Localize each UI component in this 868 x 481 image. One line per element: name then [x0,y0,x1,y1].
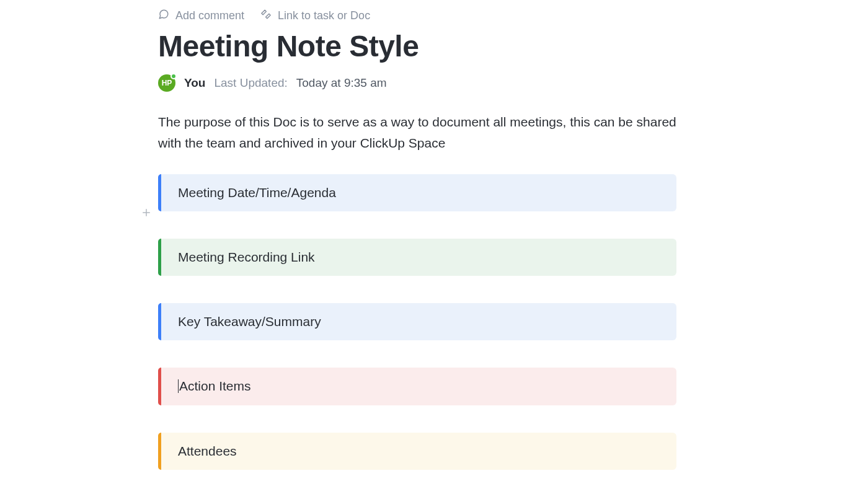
text-cursor-icon [178,379,179,393]
last-updated-label: Last Updated: [214,76,287,90]
page-title[interactable]: Meeting Note Style [158,29,676,63]
document-meta: HP You Last Updated: Today at 9:35 am [158,74,676,92]
callout-recording-link[interactable]: Meeting Recording Link [158,239,676,276]
add-block-button[interactable] [141,207,152,221]
callout-date-agenda[interactable]: Meeting Date/Time/Agenda [158,174,676,211]
comment-icon [158,9,169,23]
callout-action-items-text: Action Items [179,379,251,393]
avatar-initials: HP [162,79,172,87]
callout-takeaway-text: Key Takeaway/Summary [178,314,321,329]
presence-indicator-icon [170,73,177,79]
callout-action-items[interactable]: Action Items [158,368,676,405]
author-name: You [184,76,205,90]
callout-recording-text: Meeting Recording Link [178,250,315,264]
add-comment-button[interactable]: Add comment [158,9,244,23]
document-content: Add comment Link to task or Doc Meeting … [158,9,676,481]
link-task-label: Link to task or Doc [278,9,370,22]
add-comment-label: Add comment [175,9,244,22]
last-updated-value: Today at 9:35 am [296,76,387,90]
top-action-bar: Add comment Link to task or Doc [158,9,676,23]
callout-date-agenda-text: Meeting Date/Time/Agenda [178,185,336,200]
plus-icon [141,210,152,220]
document-page: Add comment Link to task or Doc Meeting … [0,0,868,481]
callout-key-takeaway[interactable]: Key Takeaway/Summary [158,303,676,340]
callout-attendees[interactable]: Attendees [158,433,676,470]
link-task-button[interactable]: Link to task or Doc [260,9,370,23]
author-avatar[interactable]: HP [158,74,175,92]
callout-attendees-text: Attendees [178,444,237,458]
intro-paragraph[interactable]: The purpose of this Doc is to serve as a… [158,112,676,153]
link-icon [260,9,272,23]
